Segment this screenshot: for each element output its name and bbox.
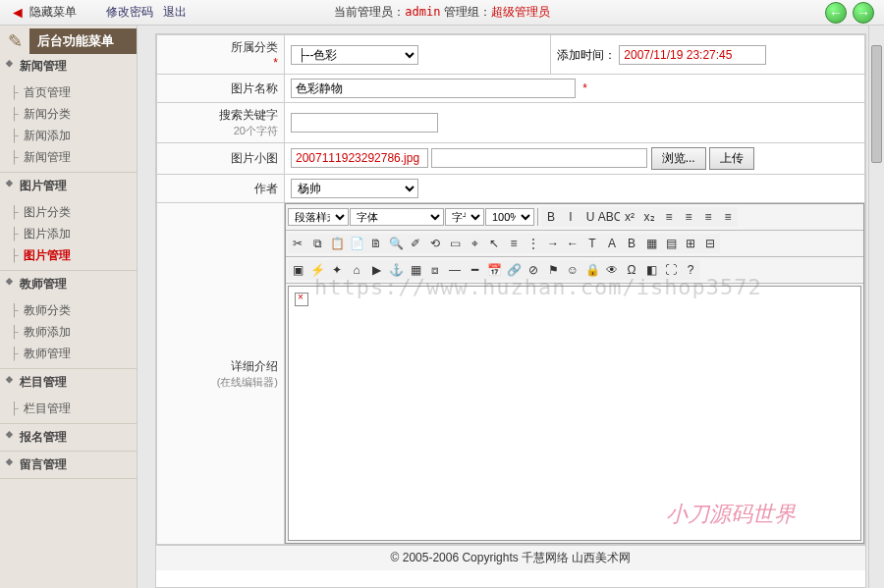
font-select[interactable]: 字体 [350,208,444,226]
menu-item[interactable]: 教师分类 [0,299,137,321]
hr-icon[interactable]: — [445,260,465,280]
thumb-path-input[interactable] [431,148,647,168]
nav-back-button[interactable]: ← [825,2,847,24]
home-icon[interactable]: ⌂ [347,260,366,280]
help-icon[interactable]: ? [681,260,700,280]
editor-canvas[interactable] [288,286,861,541]
snippet-icon[interactable]: ⧈ [425,260,445,280]
cursor-icon[interactable]: ⌖ [465,234,484,253]
menu-item[interactable]: 栏目管理 [0,398,137,419]
indent-icon[interactable]: → [543,234,563,253]
align-r-icon[interactable]: ≡ [698,207,718,227]
link-icon[interactable]: 🔗 [504,260,524,280]
flash-icon[interactable]: ✦ [327,260,347,280]
unlink-icon[interactable]: ⊘ [524,260,543,280]
ul-icon[interactable]: ⋮ [524,234,543,253]
row-icon[interactable]: ▤ [661,234,681,253]
media-icon[interactable]: ⚡ [307,260,327,280]
menu-item[interactable]: 教师添加 [0,321,137,343]
change-password-link[interactable]: 修改密码 [106,4,153,21]
addtime-label: 添加时间： [557,48,616,62]
find-icon[interactable]: 🔍 [386,234,406,253]
view-icon[interactable]: 👁 [602,260,622,280]
align-c-icon[interactable]: ≡ [679,207,698,227]
menu-item[interactable]: 新闻添加 [0,125,137,146]
menu-item[interactable]: 图片分类 [0,201,137,223]
align-j-icon[interactable]: ≡ [718,207,738,227]
align-l-icon[interactable]: ≡ [659,207,679,227]
anchor2-icon[interactable]: ⚑ [543,260,563,280]
bg-icon[interactable]: A [602,234,622,253]
lock-icon[interactable]: 🔒 [582,260,602,280]
hr2-icon[interactable]: ━ [465,260,484,280]
paste-icon[interactable]: 📋 [327,234,347,253]
thumb-label: 图片小图 [157,143,285,175]
menu-item[interactable]: 首页管理 [0,81,137,103]
logout-link[interactable]: 退出 [163,4,187,21]
ol-icon[interactable]: ≡ [504,234,524,253]
char-icon[interactable]: Ω [622,260,641,280]
hilite-icon[interactable]: B [622,234,641,253]
thumb-value-input[interactable] [291,148,428,168]
menu-section-1[interactable]: 图片管理 [0,173,137,199]
content-panel: 所属分类* ├--色彩 添加时间： 图片名称 * 搜索关键字20个字符 [155,33,866,588]
emoji-icon[interactable]: ☺ [563,260,582,280]
paste-word-icon[interactable]: 📄 [347,234,366,253]
sub-icon[interactable]: x₂ [639,207,659,227]
top-bar: ◄ 隐藏菜单 修改密码 退出 当前管理员：admin 管理组：超级管理员 ← → [0,0,884,26]
menu-section-4[interactable]: 报名管理 [0,424,137,451]
super-icon[interactable]: x² [620,207,639,227]
pointer-icon[interactable]: ↖ [484,234,504,253]
addtime-input[interactable] [619,45,766,65]
copy-icon[interactable]: ⧉ [307,234,327,253]
col-icon[interactable]: ▦ [641,234,661,253]
source-icon[interactable]: ◧ [641,260,661,280]
fg-icon[interactable]: T [582,234,602,253]
keywords-label: 搜索关键字20个字符 [157,103,285,143]
browse-button[interactable]: 浏览... [651,147,706,170]
anchor-icon[interactable]: ⚓ [386,260,406,280]
img-icon[interactable]: ▣ [288,260,307,280]
date-icon[interactable]: 📅 [484,260,504,280]
merge-icon[interactable]: ⊞ [681,234,700,253]
strike-icon[interactable]: ABC [600,207,620,227]
keywords-input[interactable] [291,113,438,133]
vertical-scrollbar[interactable] [868,26,884,588]
full-icon[interactable]: ⛶ [661,260,681,280]
author-select[interactable]: 杨帅 [291,179,418,198]
admin-group: 超级管理员 [491,5,550,19]
nav-forward-button[interactable]: → [853,2,874,24]
menu-section-0[interactable]: 新闻管理 [0,53,137,80]
upload-button[interactable]: 上传 [709,147,754,170]
logo-icon: ✎ [0,29,29,53]
paste-text-icon[interactable]: 🗎 [366,234,386,253]
template-icon[interactable]: ▦ [406,260,425,280]
menu-section-2[interactable]: 教师管理 [0,271,137,297]
category-select[interactable]: ├--色彩 [291,45,418,65]
hide-menu-link[interactable]: 隐藏菜单 [29,4,77,21]
zoom-select[interactable]: 100% [485,208,534,226]
eraser-icon[interactable]: ✐ [406,234,425,253]
bold-icon[interactable]: B [541,207,561,227]
menu-item[interactable]: 教师管理 [0,343,137,364]
cut-icon[interactable]: ✂ [288,234,307,253]
italic-icon[interactable]: I [561,207,580,227]
scrollbar-thumb[interactable] [871,45,882,163]
format-icon[interactable]: ⟲ [425,234,445,253]
name-input[interactable] [291,79,576,98]
menu-section-3[interactable]: 栏目管理 [0,369,137,396]
outdent-icon[interactable]: ← [563,234,582,253]
menu-item[interactable]: 图片添加 [0,223,137,244]
menu-item[interactable]: 图片管理 [0,244,137,266]
sidebar-header: 后台功能菜单 [29,28,137,54]
video-icon[interactable]: ▶ [366,260,386,280]
sel-all-icon[interactable]: ▭ [445,234,465,253]
sidebar: ✎ 后台功能菜单 新闻管理首页管理新闻分类新闻添加新闻管理图片管理图片分类图片添… [0,26,138,588]
menu-item[interactable]: 新闻分类 [0,103,137,125]
menu-section-5[interactable]: 留言管理 [0,452,137,478]
split-icon[interactable]: ⊟ [700,234,720,253]
style-select[interactable]: 段落样式 [288,208,349,226]
menu-item[interactable]: 新闻管理 [0,146,137,168]
hide-menu-icon[interactable]: ◄ [10,4,26,22]
size-select[interactable]: 字号 [445,208,484,226]
